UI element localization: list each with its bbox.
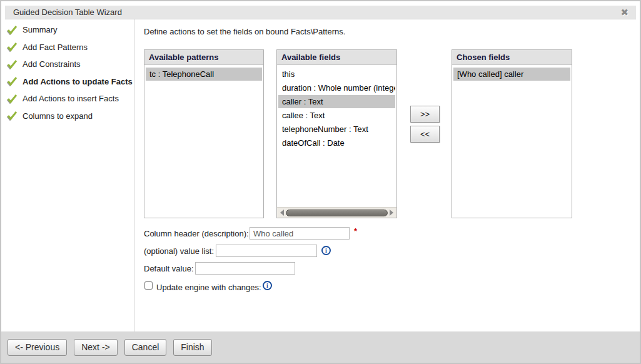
required-asterisk: * — [354, 226, 357, 236]
available-patterns-list: tc : TelephoneCall — [144, 65, 263, 218]
column-header-label: Column header (description): — [144, 229, 249, 238]
chosen-fields-list: [Who called] caller — [452, 65, 572, 218]
info-icon[interactable]: i — [263, 281, 272, 290]
column-header-input[interactable] — [250, 227, 350, 240]
check-icon — [6, 42, 18, 52]
list-item-chosen-field[interactable]: [Who called] caller — [453, 68, 570, 81]
previous-button[interactable]: <- Previous — [8, 339, 67, 356]
horizontal-scrollbar[interactable] — [277, 207, 396, 218]
sidebar-item-add-actions-update-facts[interactable]: Add Actions to update Facts — [6, 75, 134, 88]
available-fields-list: this duration : Whole number (integer) c… — [277, 65, 396, 207]
sidebar-item-label: Add Constraints — [23, 59, 81, 69]
sidebar-item-label: Columns to expand — [23, 111, 93, 121]
sidebar-item-label: Add Fact Patterns — [23, 43, 88, 52]
chosen-fields-header: Chosen fields — [452, 50, 572, 65]
title-bar: Guided Decision Table Wizard ✖ — [5, 6, 636, 19]
guided-decision-table-wizard-dialog: Guided Decision Table Wizard ✖ Summary A… — [0, 0, 641, 364]
check-icon — [6, 59, 18, 69]
sidebar-item-add-actions-insert-facts[interactable]: Add Actions to insert Facts — [6, 92, 134, 105]
instruction-text: Define actions to set the fields on boun… — [144, 27, 345, 36]
add-field-button[interactable]: >> — [410, 106, 440, 123]
update-engine-checkbox[interactable] — [144, 281, 153, 290]
check-icon — [6, 111, 18, 121]
available-fields-panel: Available fields this duration : Whole n… — [276, 49, 397, 218]
list-item-field[interactable]: this — [278, 68, 395, 81]
list-item-field[interactable]: callee : Text — [278, 109, 395, 122]
scrollbar-thumb[interactable] — [286, 210, 388, 216]
footer-button-bar: <- Previous Next -> Cancel Finish — [1, 331, 640, 363]
sidebar-item-label: Summary — [23, 25, 58, 34]
check-icon — [6, 25, 18, 35]
sidebar-item-columns-to-expand[interactable]: Columns to expand — [6, 109, 134, 123]
value-list-input[interactable] — [216, 245, 317, 257]
list-item-field[interactable]: caller : Text — [278, 95, 395, 108]
close-icon[interactable]: ✖ — [620, 8, 628, 17]
list-item-pattern[interactable]: tc : TelephoneCall — [146, 68, 262, 81]
cancel-button[interactable]: Cancel — [124, 339, 167, 356]
wizard-steps-sidebar: Summary Add Fact Patterns Add Constraint… — [1, 19, 134, 331]
sidebar-item-add-fact-patterns[interactable]: Add Fact Patterns — [6, 41, 134, 54]
dialog-title: Guided Decision Table Wizard — [5, 8, 122, 17]
scroll-left-icon[interactable] — [280, 210, 284, 216]
available-patterns-panel: Available patterns tc : TelephoneCall — [144, 49, 264, 218]
default-value-input[interactable] — [195, 262, 295, 275]
chosen-fields-panel: Chosen fields [Who called] caller — [452, 49, 572, 218]
finish-button[interactable]: Finish — [173, 339, 211, 356]
sidebar-item-summary[interactable]: Summary — [6, 23, 134, 36]
sidebar-item-add-constraints[interactable]: Add Constraints — [6, 58, 134, 71]
available-fields-header: Available fields — [277, 50, 396, 65]
default-value-label: Default value: — [144, 264, 194, 273]
list-item-field[interactable]: duration : Whole number (integer) — [278, 81, 395, 94]
value-list-label: (optional) value list: — [144, 246, 214, 256]
list-item-field[interactable]: dateOfCall : Date — [278, 136, 395, 149]
check-icon — [6, 94, 18, 104]
next-button[interactable]: Next -> — [74, 339, 118, 356]
remove-field-button[interactable]: << — [410, 126, 440, 143]
list-item-field[interactable]: telephoneNumber : Text — [278, 123, 395, 136]
info-icon[interactable]: i — [321, 246, 331, 255]
sidebar-item-label: Add Actions to insert Facts — [23, 94, 119, 103]
check-icon — [6, 76, 18, 86]
update-engine-label: Update engine with changes: — [156, 283, 261, 292]
scroll-right-icon[interactable] — [390, 210, 393, 216]
sidebar-item-label: Add Actions to update Facts — [23, 77, 133, 86]
available-patterns-header: Available patterns — [144, 50, 263, 65]
